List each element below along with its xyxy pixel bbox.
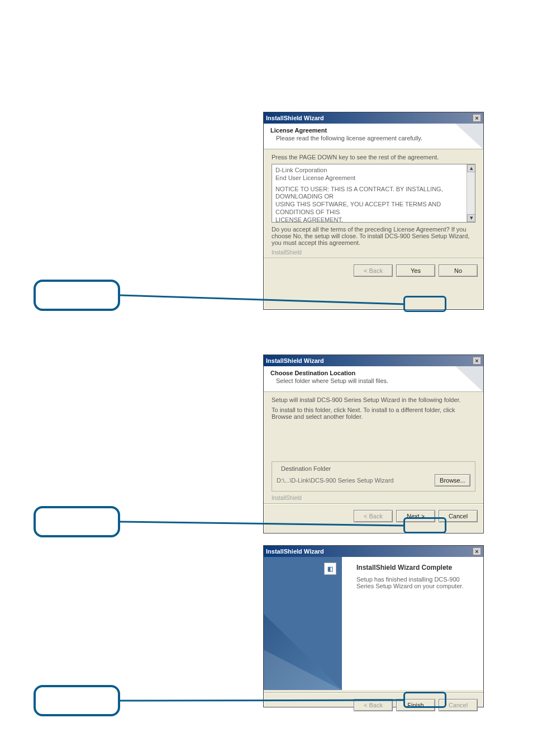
banner-title: License Agreement — [270, 127, 422, 134]
complete-dialog: InstallShield Wizard × ◧ InstallShield W… — [263, 545, 484, 707]
svg-line-1 — [120, 522, 405, 526]
dest-line2: To install to this folder, click Next. T… — [272, 407, 475, 420]
scroll-up-icon[interactable]: ▴ — [467, 164, 475, 172]
banner: License Agreement Please read the follow… — [264, 124, 483, 149]
svg-line-0 — [120, 295, 405, 304]
titlebar[interactable]: InstallShield Wizard × — [264, 355, 483, 366]
banner-subtitle: Select folder where Setup will install f… — [276, 377, 388, 384]
license-line: USING THIS SOFTWARE, YOU ACCEPT THE TERM… — [275, 201, 472, 216]
banner-art — [455, 124, 483, 149]
wizard-art: ◧ — [264, 557, 342, 690]
destination-folder-group: Destination Folder D:\...\D-Link\DCS-900… — [272, 461, 475, 492]
banner-subtitle: Please read the following license agreem… — [276, 135, 422, 141]
license-line: End User License Agreement — [275, 174, 472, 182]
svg-line-2 — [120, 700, 405, 701]
destination-path: D:\...\D-Link\DCS-900 Series Setup Wizar… — [277, 477, 394, 484]
license-text-box[interactable]: D-Link Corporation End User License Agre… — [272, 164, 475, 223]
scrollbar[interactable]: ▴ ▾ — [467, 164, 475, 222]
back-button: < Back — [354, 264, 393, 277]
accept-question: Do you accept all the terms of the prece… — [272, 226, 475, 246]
callout-next — [34, 506, 120, 537]
computer-icon: ◧ — [324, 563, 336, 575]
titlebar[interactable]: InstallShield Wizard × — [264, 546, 483, 557]
scroll-down-icon[interactable]: ▾ — [467, 214, 475, 222]
license-dialog: InstallShield Wizard × License Agreement… — [263, 112, 484, 310]
destination-dialog: InstallShield Wizard × Choose Destinatio… — [263, 355, 484, 533]
close-icon[interactable]: × — [473, 357, 481, 365]
callout-finish — [34, 685, 120, 716]
no-button[interactable]: No — [439, 264, 478, 277]
leader-line — [120, 521, 405, 528]
license-line: D-Link Corporation — [275, 167, 472, 174]
banner-title: Choose Destination Location — [270, 370, 388, 376]
cancel-button[interactable]: Cancel — [439, 510, 478, 522]
complete-body: Setup has finished installing DCS-900 Se… — [356, 576, 474, 589]
brand-label: InstallShield — [264, 495, 483, 501]
cancel-button: Cancel — [439, 699, 478, 711]
banner-art — [455, 366, 483, 392]
callout-yes — [34, 280, 120, 311]
scroll-hint: Press the PAGE DOWN key to see the rest … — [272, 154, 475, 160]
license-line: LICENSE AGREEMENT. — [275, 216, 472, 223]
titlebar-text: InstallShield Wizard — [266, 357, 324, 364]
group-label: Destination Folder — [279, 465, 333, 472]
leader-line — [120, 699, 405, 703]
titlebar[interactable]: InstallShield Wizard × — [264, 112, 483, 124]
complete-heading: InstallShield Wizard Complete — [356, 564, 474, 571]
yes-button[interactable]: Yes — [396, 264, 435, 277]
license-line: NOTICE TO USER: THIS IS A CONTRACT. BY I… — [275, 186, 472, 201]
banner: Choose Destination Location Select folde… — [264, 366, 483, 392]
leader-line — [120, 294, 405, 305]
titlebar-text: InstallShield Wizard — [266, 548, 324, 555]
close-icon[interactable]: × — [473, 114, 481, 122]
dest-line1: Setup will install DCS-900 Series Setup … — [272, 396, 475, 403]
close-icon[interactable]: × — [473, 547, 481, 555]
brand-label: InstallShield — [264, 249, 483, 256]
browse-button[interactable]: Browse... — [435, 474, 470, 486]
titlebar-text: InstallShield Wizard — [266, 115, 324, 121]
